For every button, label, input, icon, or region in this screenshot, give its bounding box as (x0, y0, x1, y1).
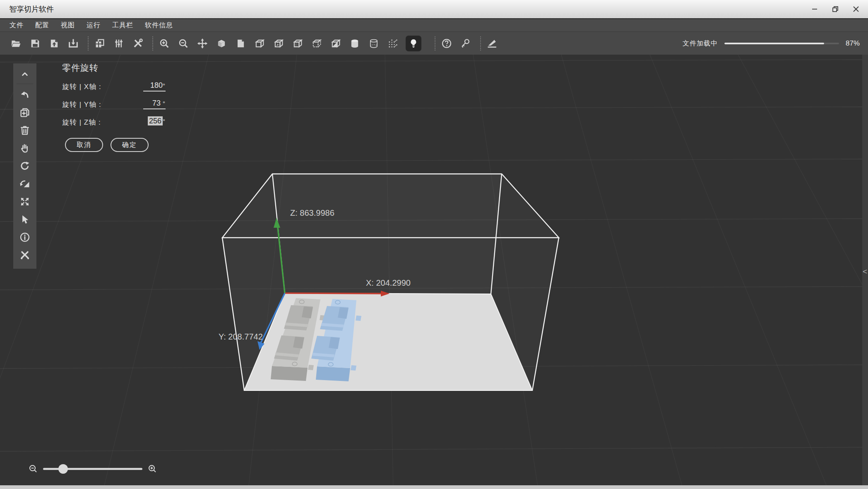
rotation-z-label: 旋转 | Z轴 : (62, 118, 101, 127)
degree-sign: ° (163, 118, 165, 125)
expand-arrows-icon (19, 196, 31, 207)
restore-button[interactable] (830, 4, 841, 14)
cursor-icon (19, 214, 31, 225)
view-cylinder-solid-button[interactable] (349, 36, 361, 51)
rotation-x-label: 旋转 | X轴 : (62, 82, 101, 92)
menu-run[interactable]: 运行 (87, 21, 101, 30)
hidden-edges-cube-icon (273, 38, 284, 49)
window-title: 智享切片软件 (9, 4, 54, 14)
key-icon (460, 38, 471, 49)
zoom-slider-handle[interactable] (58, 464, 68, 474)
cut-tool-button[interactable] (486, 36, 498, 51)
parameter-sliders-button[interactable] (113, 36, 125, 51)
titlebar: 智享切片软件 (0, 0, 868, 19)
duplicate-plate-button[interactable] (94, 36, 106, 51)
light-bulb-icon (408, 38, 419, 49)
delete-button[interactable] (16, 121, 34, 139)
side-toolbar-divider (17, 84, 33, 84)
open-folder-icon (10, 38, 22, 49)
download-icon (67, 38, 79, 49)
degree-sign: ° (163, 82, 165, 89)
open-file-button[interactable] (10, 36, 22, 51)
cylinder-wireframe-icon (368, 38, 380, 49)
file-load-label: 文件加载中 (683, 39, 718, 48)
import-model-button[interactable] (48, 36, 60, 51)
view-half-section-button[interactable] (329, 36, 342, 51)
toolbar-separator (435, 36, 435, 51)
rotation-y-input[interactable]: 73 ° (143, 99, 166, 109)
side-toolbar (13, 63, 36, 269)
info-button[interactable] (16, 228, 34, 246)
rotation-z-input[interactable]: 256° (143, 117, 166, 127)
rotation-panel-title: 零件旋转 (62, 62, 166, 74)
move-arrows-icon (197, 38, 208, 49)
pan-button[interactable] (16, 139, 34, 157)
dotted-cube-icon (292, 38, 303, 49)
window-bottom-edge (0, 485, 868, 489)
undo-button[interactable] (16, 86, 34, 104)
toolbar-separator (152, 36, 153, 51)
minimize-icon (810, 5, 819, 14)
rotation-y-label: 旋转 | Y轴 : (62, 100, 101, 109)
menubar: 文件 配置 视图 运行 工具栏 软件信息 (0, 19, 868, 31)
tools-settings-button[interactable] (132, 36, 144, 51)
select-button[interactable] (16, 210, 34, 228)
collapse-panel-button[interactable] (16, 65, 34, 83)
fit-view-button[interactable] (16, 193, 34, 210)
point-cloud-icon (387, 38, 399, 49)
minimize-button[interactable] (809, 4, 820, 14)
zoom-out-icon (178, 38, 189, 49)
zoom-out-button[interactable] (177, 36, 190, 51)
rotation-row-z: 旋转 | Z轴 : 256° (62, 116, 166, 127)
confirm-button[interactable]: 确定 (111, 138, 149, 152)
move-model-button[interactable] (196, 36, 209, 51)
file-load-status: 文件加载中 87% (683, 39, 860, 48)
menu-about[interactable]: 软件信息 (145, 21, 173, 30)
duplicate-button[interactable] (16, 104, 34, 121)
progress-fill (724, 43, 824, 44)
window-controls (809, 4, 861, 14)
cancel-button[interactable]: 取消 (65, 138, 103, 152)
menu-toolbar[interactable]: 工具栏 (112, 21, 133, 30)
wireframe-cube-icon (254, 38, 265, 49)
right-panel-strip: < (862, 55, 868, 485)
zoom-out-icon[interactable] (28, 464, 38, 474)
license-key-button[interactable] (459, 36, 472, 51)
view-surface-button[interactable] (234, 36, 247, 51)
menu-view[interactable]: 视图 (61, 21, 75, 30)
wrench-screwdriver-icon (132, 38, 144, 49)
rotation-row-y: 旋转 | Y轴 : 73 ° (62, 99, 166, 109)
rotation-x-input[interactable]: 180° (143, 81, 166, 92)
degree-sign: ° (163, 100, 165, 107)
zoom-control (28, 460, 157, 477)
close-button[interactable] (851, 4, 861, 14)
save-icon (29, 38, 41, 49)
zoom-in-icon[interactable] (147, 464, 157, 474)
download-model-button[interactable] (67, 36, 79, 51)
mirror-button[interactable] (16, 175, 34, 193)
view-solid-button[interactable] (215, 36, 228, 51)
solid-cube-icon (216, 38, 227, 49)
expand-right-panel-button[interactable]: < (863, 267, 867, 276)
menu-config[interactable]: 配置 (35, 21, 49, 30)
dashed-bottom-cube-icon (311, 38, 322, 49)
mirror-icon (19, 178, 31, 190)
light-toggle-button[interactable] (406, 36, 421, 51)
view-point-cloud-button[interactable] (387, 36, 399, 51)
view-wireframe-button[interactable] (253, 36, 266, 51)
zoom-slider-track[interactable] (43, 468, 142, 470)
axis-label-y: Y: 208.7742 (219, 332, 263, 341)
cylinder-icon (349, 38, 361, 49)
view-dashed-bottom-button[interactable] (310, 36, 323, 51)
view-cylinder-wireframe-button[interactable] (368, 36, 380, 51)
view-dotted-button[interactable] (291, 36, 304, 51)
menu-file[interactable]: 文件 (10, 21, 24, 30)
view-hidden-edges-button[interactable] (272, 36, 285, 51)
zoom-in-button[interactable] (158, 36, 171, 51)
edit-tools-button[interactable] (16, 246, 34, 264)
rotate-button[interactable] (16, 157, 34, 175)
copy-grid-icon (94, 38, 106, 49)
help-button[interactable] (440, 36, 453, 51)
close-icon (851, 5, 861, 14)
save-file-button[interactable] (29, 36, 41, 51)
